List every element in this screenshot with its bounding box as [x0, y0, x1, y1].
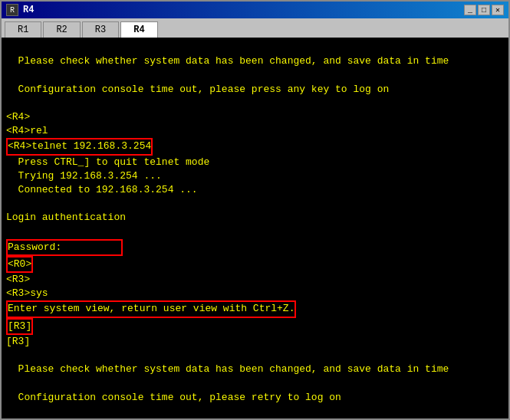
- line-13: [R3]: [6, 318, 504, 335]
- line-blank-8: [6, 405, 504, 418]
- line-7: Trying 192.168.3.254 ...: [6, 169, 504, 183]
- line-2: Configuration console time out, please p…: [6, 83, 504, 97]
- title-bar-left: R R4: [6, 4, 34, 16]
- r3-bracket-prompt1: [R3]: [6, 318, 33, 335]
- tab-r4[interactable]: R4: [120, 21, 157, 38]
- line-11: <R3>: [6, 273, 504, 287]
- line-blank-4: [6, 197, 504, 211]
- telnet-command: <R4>telnet 192.168.3.254: [6, 138, 153, 155]
- title-bar: R R4 _ □ ✕: [2, 2, 508, 18]
- tab-r1[interactable]: R1: [5, 21, 41, 38]
- line-blank-1: [6, 41, 504, 54]
- line-blank-3: [6, 97, 504, 110]
- window-title: R4: [23, 5, 34, 15]
- tab-bar: R1 R2 R3 R4: [2, 18, 508, 38]
- line-15: Please check whether system data has bee…: [6, 363, 504, 376]
- line-5-highlighted: <R4>telnet 192.168.3.254: [6, 138, 504, 155]
- line-12: <R3>sys: [6, 287, 504, 300]
- line-blank-7: [6, 376, 504, 390]
- line-6: Press CTRL_] to quit telnet mode: [6, 156, 504, 169]
- tab-r3[interactable]: R3: [82, 21, 119, 38]
- line-4: <R4>rel: [6, 124, 504, 138]
- line-blank-6: [6, 349, 504, 363]
- line-blank-2: [6, 68, 504, 82]
- app-icon: R: [6, 4, 18, 16]
- line-password: Password:: [6, 239, 504, 256]
- line-sys: Enter system view, return user view with…: [6, 300, 504, 317]
- line-1: Please check whether system data has bee…: [6, 54, 504, 68]
- line-8: Connected to 192.168.3.254 ...: [6, 183, 504, 197]
- sys-view-line: Enter system view, return user view with…: [6, 300, 296, 317]
- maximize-button[interactable]: □: [478, 5, 490, 15]
- line-14: [R3]: [6, 335, 504, 349]
- r0-prompt: <R0>: [6, 256, 33, 273]
- tab-r2[interactable]: R2: [43, 21, 80, 38]
- title-controls: _ □ ✕: [464, 5, 504, 15]
- line-blank-5: [6, 225, 504, 238]
- close-button[interactable]: ✕: [492, 5, 504, 15]
- minimize-button[interactable]: _: [464, 5, 476, 15]
- password-field: Password:: [6, 239, 123, 256]
- line-16: Configuration console time out, please r…: [6, 391, 504, 405]
- line-10: <R0>: [6, 256, 504, 273]
- line-9: Login authentication: [6, 211, 504, 225]
- terminal-output[interactable]: Please check whether system data has bee…: [2, 38, 508, 418]
- line-3: <R4>: [6, 110, 504, 124]
- main-window: R R4 _ □ ✕ R1 R2 R3 R4 Please check whet…: [0, 0, 510, 420]
